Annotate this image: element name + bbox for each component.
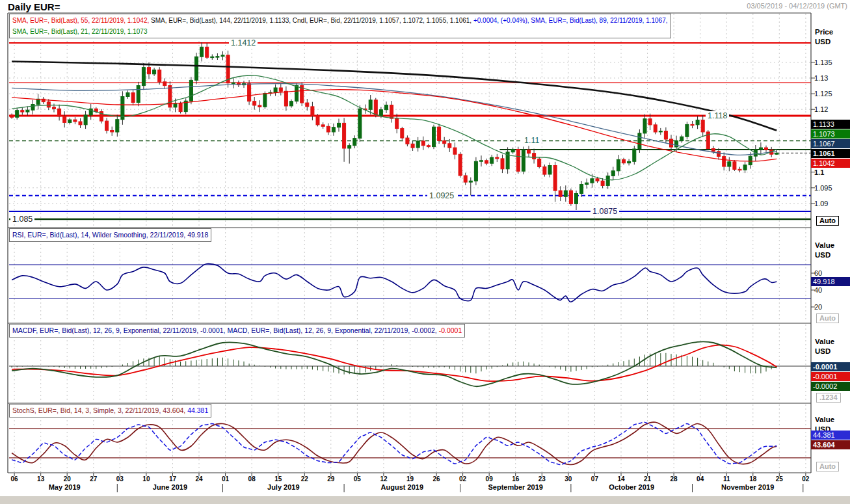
x-axis-day-label: 17 (164, 475, 181, 483)
legend-segment: SMA, EUR=, Bid(Last), 144, 22/11/2019, 1… (151, 17, 293, 24)
x-axis-day-label: 18 (745, 475, 762, 483)
legend-segment: 44.381 (187, 406, 208, 414)
x-axis-day-label: 20 (59, 475, 75, 483)
price-level-label: 1.1412 (229, 38, 258, 47)
legend-segment: RSI, EUR=, Bid(Last), 14, Wilder Smoothi… (12, 231, 208, 239)
rsi-axis-title[interactable]: Value USD (815, 241, 834, 260)
legend-segment: MACDF, EUR=, Bid(Last), 12, 26, 9, Expon… (12, 326, 439, 334)
x-axis-day-label: 29 (323, 475, 339, 483)
decimals-button-macd[interactable]: .1234 (816, 393, 841, 403)
x-axis-day-label: 23 (533, 475, 550, 483)
price-axis-tick: 1.12 (814, 105, 828, 113)
macd-axis-title[interactable]: Value USD (815, 337, 834, 356)
macd-axis-badge: -0.0001 (811, 362, 850, 371)
price-axis-tick: 1.095 (814, 184, 832, 192)
price-level-label: 1.0925 (427, 191, 456, 200)
x-axis-day-label: 02 (797, 475, 814, 483)
price-axis-tick: 1.135 (814, 59, 832, 66)
x-axis-day-label: 01 (217, 475, 234, 483)
macd-axis-badge: -0.0001 (811, 372, 850, 381)
price-axis-tick: 1.13 (814, 74, 828, 82)
stoch-axis-badge: 44.381 (811, 431, 850, 440)
price-legend-row1: SMA, EUR=, Bid(Last), 55, 22/11/2019, 1.… (12, 15, 668, 26)
legend-segment: Cndl, EUR=, Bid, 22/11/2019, 1.1057, 1.1… (293, 17, 473, 24)
x-axis-day-label: 24 (191, 475, 207, 483)
x-axis-month-label: May 2019 (25, 483, 103, 491)
price-axis-tick: 1.09 (814, 200, 828, 207)
macd-legend[interactable]: MACDF, EUR=, Bid(Last), 12, 26, 9, Expon… (9, 324, 465, 338)
x-axis-day-label: 07 (586, 475, 603, 483)
price-axis-badge: 1.1133 (811, 120, 850, 129)
rsi-legend[interactable]: RSI, EUR=, Bid(Last), 14, Wilder Smoothi… (9, 228, 211, 242)
x-axis-day-label: 27 (85, 475, 102, 483)
x-axis-day-label: 22 (296, 475, 313, 483)
legend-segment: SMA, EUR=, Bid(Last), 89, 22/11/2019, 1.… (531, 17, 667, 24)
x-axis-day-label: 25 (771, 475, 788, 483)
price-axis-title[interactable]: Price USD (815, 27, 833, 47)
macd-axis-badge: -0.0002 (811, 382, 850, 391)
x-axis-day-label: 28 (665, 475, 682, 483)
legend-segment: +0.0004, (+0.04%), (473, 17, 531, 24)
x-axis-day-label: 15 (270, 475, 287, 483)
price-axis-badge: 1.1073 (811, 129, 850, 139)
x-axis-day-label: 06 (6, 475, 23, 483)
price-level-label: 1.118 (706, 111, 729, 120)
x-axis-month-label: September 2019 (477, 483, 555, 491)
price-level-label: 1.085 (10, 215, 34, 224)
x-axis-month-label: October 2019 (592, 483, 671, 491)
x-axis-day-label: 13 (33, 475, 49, 483)
x-axis-day-label: 09 (481, 475, 498, 483)
x-axis-day-label: 12 (375, 475, 392, 483)
x-axis-day-label: 03 (111, 475, 128, 483)
chart-canvas[interactable] (0, 0, 850, 504)
x-axis-day-label: 11 (718, 475, 735, 483)
price-axis-badge: 1.1061 (811, 149, 850, 158)
price-axis-tick: 1.1 (814, 168, 824, 176)
rsi-axis-tick: 60 (814, 269, 822, 277)
stoch-legend[interactable]: StochS, EUR=, Bid, 14, 3, Simple, 3, 22/… (9, 404, 211, 418)
x-axis-day-label: 16 (507, 475, 524, 483)
price-level-label: 1.0875 (591, 207, 619, 216)
chart-window: Daily EUR= 03/05/2019 - 04/12/2019 (GMT)… (0, 0, 850, 504)
x-axis-day-label: 30 (560, 475, 577, 483)
price-legend-row2: SMA, EUR=, Bid(Last), 21, 22/11/2019, 1.… (12, 26, 668, 37)
x-axis-day-label: 26 (428, 475, 445, 483)
x-axis-day-label: 19 (402, 475, 419, 483)
price-axis-tick: 1.125 (814, 90, 832, 98)
x-axis-month-label: August 2019 (363, 483, 441, 491)
x-axis-day-label: 10 (138, 475, 155, 483)
autoscale-button-rsi[interactable]: Auto (816, 313, 839, 323)
x-axis-day-label: 02 (455, 475, 471, 483)
rsi-axis-badge: 49.918 (811, 277, 850, 286)
price-axis-badge: 1.1042 (811, 159, 850, 168)
legend-segment: -0.0001 (439, 326, 462, 334)
autoscale-button-stoch[interactable]: Auto (816, 462, 839, 471)
x-axis-day-label: 04 (692, 475, 709, 483)
x-axis-day-label: 21 (639, 475, 656, 483)
legend-segment: StochS, EUR=, Bid, 14, 3, Simple, 3, 22/… (12, 406, 187, 414)
legend-segment: SMA, EUR=, Bid(Last), 21, 22/11/2019, 1.… (12, 28, 147, 35)
x-axis-month-label: November 2019 (709, 483, 787, 491)
x-axis-day-label: 14 (613, 475, 630, 483)
price-axis-badge: 1.1067 (811, 139, 850, 148)
autoscale-button-price[interactable]: Auto (816, 216, 839, 226)
window-bottom-strip (0, 496, 850, 504)
stoch-axis-badge: 43.604 (811, 440, 850, 449)
x-axis-month-label: June 2019 (131, 483, 209, 491)
x-axis-day-label: 08 (243, 475, 260, 483)
price-level-label: 1.11 (522, 136, 541, 145)
rsi-axis-tick: 20 (814, 303, 822, 311)
rsi-axis-tick: 40 (814, 286, 822, 294)
price-legend[interactable]: SMA, EUR=, Bid(Last), 55, 22/11/2019, 1.… (9, 14, 671, 38)
x-axis-month-label: July 2019 (245, 483, 323, 491)
legend-segment: SMA, EUR=, Bid(Last), 55, 22/11/2019, 1.… (12, 17, 151, 24)
x-axis-day-label: 05 (349, 475, 365, 483)
